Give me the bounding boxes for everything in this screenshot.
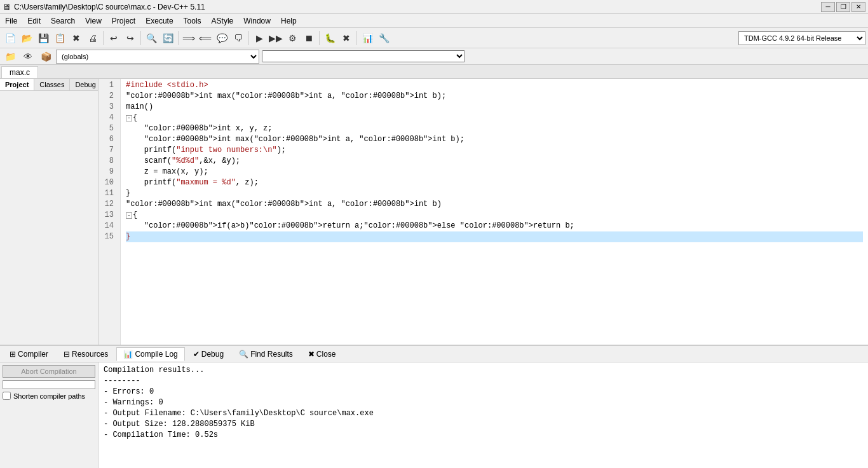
line-number-14: 14 <box>102 221 116 231</box>
toolbar2: 📁 👁 📦 (globals) <box>0 48 868 65</box>
globals-select[interactable]: (globals) <box>56 50 259 64</box>
sidebar: Project Classes Debug <box>0 79 98 345</box>
profile-button[interactable]: 📊 <box>360 31 375 46</box>
menu-item-search[interactable]: Search <box>46 14 80 27</box>
code-line-14: "color:#00008b">if(a>b)"color:#00008b">r… <box>126 221 863 231</box>
minimize-button[interactable]: ─ <box>821 2 835 12</box>
code-line-8: scanf("%d%d",&x, &y); <box>126 156 863 167</box>
save-all-button[interactable]: 📋 <box>52 31 67 46</box>
bottom-tabs: ⊞Compiler⊟Resources📊Compile Log✔Debug🔍Fi… <box>0 346 868 362</box>
bottom-tab-close[interactable]: ✖Close <box>301 347 343 361</box>
shorten-paths-container: Shorten compiler paths <box>3 392 95 400</box>
menu-item-project[interactable]: Project <box>107 14 140 27</box>
restore-button[interactable]: ❐ <box>836 2 850 12</box>
output-line: -------- <box>104 376 863 387</box>
btab-icon-close: ✖ <box>308 350 315 359</box>
title-bar: 🖥 C:\Users\family\Desktop\C source\max.c… <box>0 0 868 14</box>
output-line: - Output Size: 128.2880859375 KiB <box>104 419 863 430</box>
close-button[interactable]: ✕ <box>851 2 865 12</box>
find-button[interactable]: 🔍 <box>144 31 159 46</box>
menu-item-tools[interactable]: Tools <box>179 14 207 27</box>
sep2 <box>140 31 141 45</box>
menu-bar: FileEditSearchViewProjectExecuteToolsASt… <box>0 14 868 28</box>
btab-icon-debug: ✔ <box>193 350 200 359</box>
bottom-sidebar: Abort Compilation Shorten compiler paths <box>0 362 98 468</box>
line-number-3: 3 <box>102 102 116 113</box>
debug-button[interactable]: 🐛 <box>322 31 337 46</box>
compiler-select[interactable]: TDM-GCC 4.9.2 64-bit Release <box>738 31 865 45</box>
code-line-2: "color:#00008b">int max("color:#00008b">… <box>126 91 863 102</box>
compile-run-button[interactable]: ⚙ <box>285 31 300 46</box>
class-browser-btn[interactable]: 📁 <box>3 49 18 64</box>
replace-button[interactable]: 🔄 <box>160 31 175 46</box>
line-number-15: 15 <box>102 231 116 242</box>
btab-icon-find results: 🔍 <box>239 350 248 359</box>
unindent-button[interactable]: ⟸ <box>198 31 213 46</box>
save-button[interactable]: 💾 <box>36 31 51 46</box>
sidebar-tab-classes[interactable]: Classes <box>34 79 70 90</box>
bottom-tab-debug[interactable]: ✔Debug <box>186 347 231 361</box>
sep6 <box>356 31 357 45</box>
sep5 <box>319 31 320 45</box>
code-content[interactable]: #include <stdio.h>"color:#00008b">int ma… <box>121 79 868 345</box>
stop-button[interactable]: ⏹ <box>301 31 316 46</box>
bottom-panel: ⊞Compiler⊟Resources📊Compile Log✔Debug🔍Fi… <box>0 345 868 468</box>
tab-bar: max.c <box>0 65 868 79</box>
line-numbers: 123456789101112131415 <box>98 79 121 345</box>
code-line-11: } <box>126 188 863 199</box>
sep1 <box>103 31 104 45</box>
bottom-tab-compiler[interactable]: ⊞Compiler <box>3 347 55 361</box>
code-line-15: } <box>126 231 863 242</box>
code-line-4: -{ <box>126 113 863 123</box>
print-button[interactable]: 🖨 <box>85 31 100 46</box>
btab-icon-compile log: 📊 <box>123 350 133 359</box>
members-select[interactable] <box>262 50 465 62</box>
redo-button[interactable]: ↪ <box>123 31 138 46</box>
code-line-9: z = max(x, y); <box>126 167 863 177</box>
code-line-1: #include <stdio.h> <box>126 80 863 91</box>
sep3 <box>178 31 179 45</box>
code-editor[interactable]: 123456789101112131415 #include <stdio.h>… <box>98 79 868 345</box>
menu-item-execute[interactable]: Execute <box>140 14 178 27</box>
bottom-tab-resources[interactable]: ⊟Resources <box>57 347 115 361</box>
code-line-3: main() <box>126 102 863 113</box>
open-button[interactable]: 📂 <box>19 31 34 46</box>
watch-btn[interactable]: 👁 <box>20 49 36 64</box>
output-line: - Output Filename: C:\Users\family\Deskt… <box>104 408 863 419</box>
code-line-7: printf("input two numbers:\n"); <box>126 145 863 156</box>
btab-label-find results: Find Results <box>250 350 293 359</box>
run-button[interactable]: ▶▶ <box>268 31 283 46</box>
abort-compilation-button[interactable]: Abort Compilation <box>3 365 95 378</box>
struct-btn[interactable]: 📦 <box>38 49 53 64</box>
comment-button[interactable]: 💬 <box>214 31 229 46</box>
sidebar-tab-debug[interactable]: Debug <box>70 79 101 90</box>
undo-button[interactable]: ↩ <box>106 31 121 46</box>
line-number-1: 1 <box>102 80 116 91</box>
sidebar-tabs: Project Classes Debug <box>0 79 98 91</box>
btab-icon-resources: ⊟ <box>64 350 70 359</box>
indent-button[interactable]: ⟹ <box>181 31 196 46</box>
resource-button[interactable]: 🔧 <box>376 31 391 46</box>
file-tab-max-c[interactable]: max.c <box>1 66 38 78</box>
bottom-tab-find-results[interactable]: 🔍Find Results <box>232 347 300 361</box>
bottom-tab-compile-log[interactable]: 📊Compile Log <box>116 347 184 361</box>
menu-item-view[interactable]: View <box>80 14 107 27</box>
menu-item-help[interactable]: Help <box>276 14 302 27</box>
main-content: Project Classes Debug 123456789101112131… <box>0 79 868 345</box>
sidebar-tab-project[interactable]: Project <box>0 79 34 90</box>
menu-item-window[interactable]: Window <box>238 14 276 27</box>
shorten-paths-checkbox[interactable] <box>3 392 11 400</box>
menu-item-astyle[interactable]: AStyle <box>207 14 239 27</box>
debug-stop-button[interactable]: ✖ <box>339 31 354 46</box>
code-line-10: printf("maxmum = %d", z); <box>126 177 863 188</box>
menu-item-edit[interactable]: Edit <box>22 14 46 27</box>
close-file-button[interactable]: ✖ <box>69 31 84 46</box>
new-button[interactable]: 📄 <box>3 31 18 46</box>
uncomment-button[interactable]: 🗨 <box>231 31 246 46</box>
menu-item-file[interactable]: File <box>0 14 22 27</box>
line-number-7: 7 <box>102 145 116 156</box>
btab-icon-compiler: ⊞ <box>10 350 16 359</box>
line-number-13: 13 <box>102 210 116 221</box>
compile-button[interactable]: ▶ <box>252 31 267 46</box>
btab-label-resources: Resources <box>72 350 108 359</box>
